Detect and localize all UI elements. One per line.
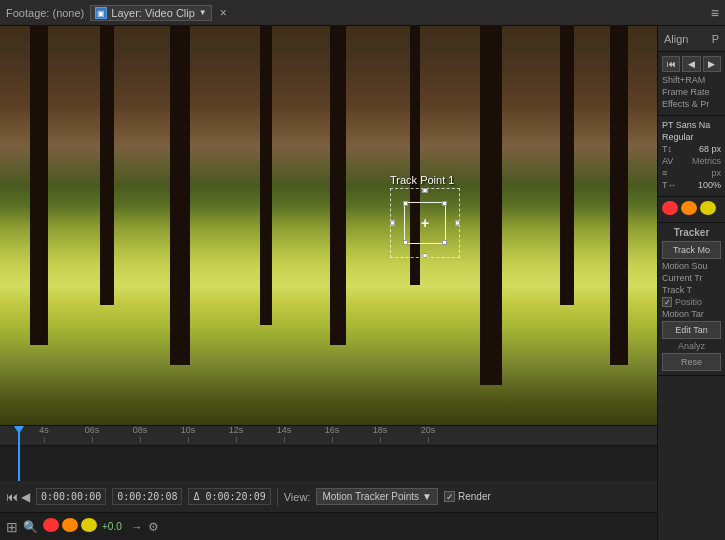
font-size-row: T↕ 68 px xyxy=(662,144,721,154)
delta-time-display: Δ 0:00:20:09 xyxy=(188,488,270,505)
tracker-section: Tracker Track Mo Motion Sou Current Tr T… xyxy=(658,223,725,376)
step-back-button[interactable]: ◀ xyxy=(682,56,700,72)
color-section xyxy=(658,197,725,223)
color-swatch-orange[interactable] xyxy=(62,518,78,532)
timeline-area[interactable]: 4s 06s 08s 10s 12s xyxy=(0,425,657,480)
bottom-icon-bar: ⊞ 🔍 +0.0 → ⚙ xyxy=(0,512,657,540)
track-handle-bottom-right[interactable] xyxy=(442,240,447,245)
track-handle-left-mid[interactable] xyxy=(390,221,395,226)
track-point-label: Track Point 1 xyxy=(390,174,460,186)
render-checkbox-group: ✓ Render xyxy=(444,491,491,502)
track-point-container[interactable]: Track Point 1 + xyxy=(390,174,460,258)
separator xyxy=(277,488,278,506)
track-handle-top-left[interactable] xyxy=(403,201,408,206)
scale-icon: T↔ xyxy=(662,180,677,190)
position-checkbox[interactable]: ✓ xyxy=(662,297,672,307)
video-area[interactable]: Track Point 1 + xyxy=(0,26,657,425)
scale-value: 100% xyxy=(698,180,721,190)
ruler-tick-line xyxy=(92,437,93,443)
ruler-tick-line xyxy=(188,437,189,443)
track-center-plus: + xyxy=(421,215,429,231)
motion-source-label: Motion Sou xyxy=(662,261,721,271)
track-point-box[interactable]: + xyxy=(390,188,460,258)
status-bar: ⏮ ◀ 0:00:00:00 0:00:20:08 Δ 0:00:20:09 V… xyxy=(0,480,657,512)
right-panel: Align P ⏮ ◀ ▶ Shift+RAM Frame Rate Effec… xyxy=(657,26,725,540)
track-handle-bottom-mid[interactable] xyxy=(423,253,428,258)
color-swatch-red[interactable] xyxy=(43,518,59,532)
track-type-label: Track T xyxy=(662,285,721,295)
swatch-yellow[interactable] xyxy=(700,201,716,215)
skip-start-button[interactable]: ⏮ xyxy=(662,56,680,72)
render-checkbox[interactable]: ✓ xyxy=(444,491,455,502)
font-name-value: PT Sans Na xyxy=(662,120,710,130)
ruler-tick: 14s xyxy=(260,425,308,443)
main-layout: Track Point 1 + xyxy=(0,26,725,540)
motion-target-label: Motion Tar xyxy=(662,309,721,319)
swatch-orange[interactable] xyxy=(681,201,697,215)
zoom-out-icon[interactable]: 🔍 xyxy=(23,520,38,534)
playhead[interactable] xyxy=(18,426,20,481)
tree-decoration xyxy=(560,26,574,305)
ruler-tick: 16s xyxy=(308,425,356,443)
ruler-tick-line xyxy=(140,437,141,443)
font-style-row: Regular xyxy=(662,132,721,142)
arrow-right-icon[interactable]: → xyxy=(131,520,143,534)
tree-decoration xyxy=(100,26,114,305)
tree-decoration xyxy=(170,26,190,365)
plus-value-label: +0.0 xyxy=(102,521,122,532)
p-button[interactable]: P xyxy=(712,33,719,45)
top-bar: Footage: (none) ▣ Layer: Video Clip ▼ × … xyxy=(0,0,725,26)
color-swatches-row xyxy=(662,201,721,215)
unit-row: ≡ px xyxy=(662,168,721,178)
zoom-fit-icon[interactable]: ⊞ xyxy=(6,519,18,535)
ruler-tick: 4s xyxy=(20,425,68,443)
metrics-icon: AV xyxy=(662,156,673,166)
swatch-red[interactable] xyxy=(662,201,678,215)
color-swatches xyxy=(43,518,97,532)
track-handle-right-mid[interactable] xyxy=(455,221,460,226)
view-dropdown-arrow: ▼ xyxy=(422,491,432,502)
track-handle-top-right[interactable] xyxy=(442,201,447,206)
step-back-icon[interactable]: ◀ xyxy=(21,490,30,504)
analyze-label: Analyz xyxy=(662,341,721,351)
color-swatch-yellow[interactable] xyxy=(81,518,97,532)
tracker-title: Tracker xyxy=(662,227,721,238)
ruler-tick: 06s xyxy=(68,425,116,443)
render-label: Render xyxy=(458,491,491,502)
unit-value: px xyxy=(711,168,721,178)
skip-back-icon[interactable]: ⏮ xyxy=(6,490,18,504)
track-handle-top-mid[interactable] xyxy=(423,188,428,193)
out-time-display[interactable]: 0:00:20:08 xyxy=(112,488,182,505)
timeline-ruler: 4s 06s 08s 10s 12s xyxy=(0,426,657,446)
unit-icon: ≡ xyxy=(662,168,667,178)
position-row: ✓ Positio xyxy=(662,297,721,307)
metrics-label: Metrics xyxy=(692,156,721,166)
layer-dropdown[interactable]: ▣ Layer: Video Clip ▼ xyxy=(90,5,212,21)
nav-buttons-row: ⏮ ◀ ▶ xyxy=(662,56,721,72)
transport-right-section: ⏮ ◀ ▶ Shift+RAM Frame Rate Effects & Pr xyxy=(658,52,725,116)
settings-icon[interactable]: ⚙ xyxy=(148,520,159,534)
footage-label: Footage: (none) xyxy=(6,7,84,19)
reset-button[interactable]: Rese xyxy=(662,353,721,371)
ruler-tick-line xyxy=(428,437,429,443)
tree-decoration xyxy=(480,26,502,385)
shift-ram-label: Shift+RAM xyxy=(662,75,721,85)
current-time-display[interactable]: 0:00:00:00 xyxy=(36,488,106,505)
tree-decoration xyxy=(610,26,628,365)
edit-tan-button[interactable]: Edit Tan xyxy=(662,321,721,339)
tab-close-button[interactable]: × xyxy=(220,6,227,20)
menu-icon[interactable]: ≡ xyxy=(711,5,719,21)
transport-controls: ⏮ ◀ xyxy=(6,490,30,504)
ruler-tick: 20s xyxy=(404,425,452,443)
step-fwd-button[interactable]: ▶ xyxy=(703,56,721,72)
track-handle-bottom-left[interactable] xyxy=(403,240,408,245)
position-label: Positio xyxy=(675,297,721,307)
timeline-track[interactable] xyxy=(0,446,657,481)
view-dropdown[interactable]: Motion Tracker Points ▼ xyxy=(316,488,438,505)
view-label: View: xyxy=(284,491,311,503)
frame-rate-label: Frame Rate xyxy=(662,87,721,97)
align-label: Align xyxy=(664,33,688,45)
font-size-icon: T↕ xyxy=(662,144,672,154)
font-section: PT Sans Na Regular T↕ 68 px AV Metrics ≡… xyxy=(658,116,725,197)
track-motion-button[interactable]: Track Mo xyxy=(662,241,721,259)
